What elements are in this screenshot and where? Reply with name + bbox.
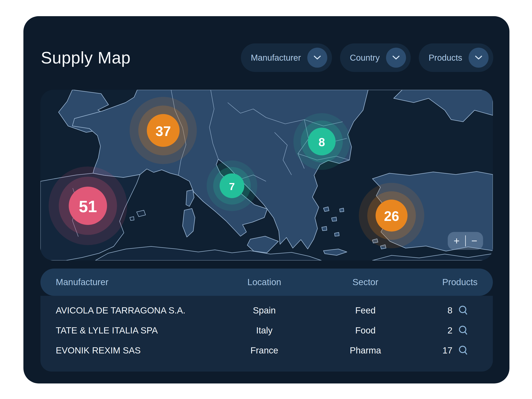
filter-country-dropdown[interactable]: Country — [340, 43, 411, 72]
filter-label: Products — [429, 53, 462, 62]
filter-label: Manufacturer — [251, 53, 301, 62]
europe-map-svg: 37875126 — [40, 90, 493, 260]
products-count: 8 — [448, 305, 452, 316]
marker-count-label: 51 — [79, 197, 97, 215]
marker-count-label: 8 — [319, 136, 325, 149]
map-canvas[interactable]: 37875126 + − — [40, 90, 493, 260]
filter-manufacturer-dropdown[interactable]: Manufacturer — [241, 43, 332, 72]
marker-count-label: 26 — [384, 209, 399, 224]
page-title: Supply Map — [41, 49, 131, 66]
table-header: Manufacturer Location Sector Products — [40, 269, 493, 296]
table-row: AVICOLA DE TARRAGONA S.A.SpainFeed8 — [40, 300, 493, 321]
header-products: Products — [407, 277, 477, 287]
products-count: 17 — [442, 345, 452, 356]
filter-products-dropdown[interactable]: Products — [419, 43, 493, 72]
map-marker-romania[interactable]: 8 — [293, 113, 350, 170]
header-manufacturer: Manufacturer — [56, 277, 205, 287]
chevron-down-icon — [307, 48, 327, 68]
header-location: Location — [205, 277, 324, 287]
map-land — [58, 90, 493, 255]
map-marker-france[interactable]: 37 — [130, 97, 197, 164]
cell-location: France — [205, 345, 324, 356]
map-marker-italy[interactable]: 7 — [207, 160, 257, 211]
zoom-in-button[interactable]: + — [452, 236, 461, 246]
page: { "page": { "title": "Supply Map" }, "fi… — [0, 0, 532, 399]
map-marker-spain[interactable]: 51 — [49, 167, 127, 245]
map-marker-turkey[interactable]: 26 — [359, 183, 424, 248]
cell-sector: Food — [324, 325, 407, 336]
dashboard-card: Supply Map Manufacturer Country Products — [23, 16, 509, 383]
zoom-divider — [465, 235, 466, 247]
cell-location: Italy — [205, 325, 324, 336]
table-body: AVICOLA DE TARRAGONA S.A.SpainFeed8TATE … — [40, 296, 493, 372]
cell-manufacturer: TATE & LYLE ITALIA SPA — [56, 325, 205, 336]
chevron-down-icon — [386, 48, 406, 68]
top-bar: Supply Map Manufacturer Country Products — [41, 43, 493, 72]
search-icon[interactable] — [458, 345, 469, 356]
search-icon[interactable] — [458, 325, 469, 336]
cell-location: Spain — [205, 305, 324, 316]
header-sector: Sector — [324, 277, 407, 287]
zoom-out-button[interactable]: − — [470, 236, 479, 246]
cell-products: 8 — [407, 305, 477, 316]
table-row: TATE & LYLE ITALIA SPAItalyFood2 — [40, 321, 493, 341]
cell-products: 2 — [407, 325, 477, 336]
chevron-down-icon — [469, 48, 489, 68]
cell-manufacturer: AVICOLA DE TARRAGONA S.A. — [56, 305, 205, 316]
table-row: EVONIK REXIM SASFrancePharma17 — [40, 341, 493, 361]
marker-count-label: 7 — [229, 181, 235, 192]
filter-bar: Manufacturer Country Products — [241, 43, 493, 72]
search-icon[interactable] — [458, 305, 469, 316]
cell-products: 17 — [407, 345, 477, 356]
cell-manufacturer: EVONIK REXIM SAS — [56, 345, 205, 356]
filter-label: Country — [350, 53, 380, 62]
marker-count-label: 37 — [156, 123, 171, 139]
map-zoom-control: + − — [448, 232, 483, 250]
products-count: 2 — [448, 325, 452, 336]
cell-sector: Pharma — [324, 345, 407, 356]
cell-sector: Feed — [324, 305, 407, 316]
